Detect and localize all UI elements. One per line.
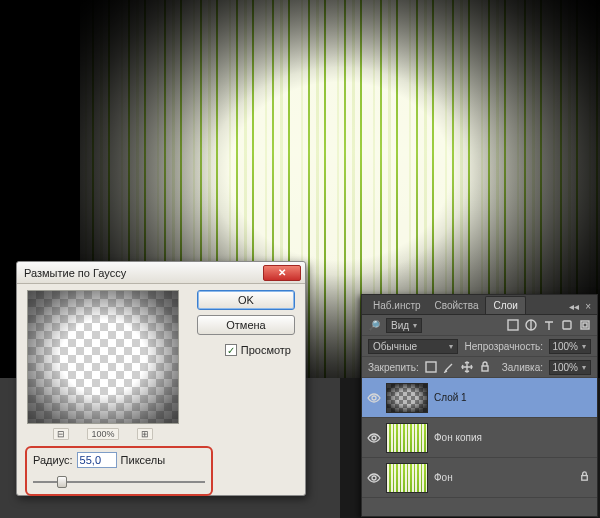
- panel-close-icon[interactable]: ×: [585, 301, 591, 312]
- ok-button[interactable]: OK: [197, 290, 295, 310]
- layer-name[interactable]: Слой 1: [434, 392, 579, 403]
- lock-label: Закрепить:: [368, 362, 419, 373]
- radius-highlight: Радиус: Пикселы: [25, 446, 213, 496]
- layers-panel: Наб.инстр Свойства Слои ◂◂ × 🔎 Вид ▾ Обы…: [361, 294, 598, 517]
- svg-point-9: [372, 476, 376, 480]
- lock-fill-row: Закрепить: Заливка: 100%▾: [362, 357, 597, 378]
- filter-type-icon[interactable]: [543, 319, 555, 331]
- tab-layers[interactable]: Слои: [485, 296, 525, 314]
- layer-thumbnail[interactable]: [386, 423, 428, 453]
- svg-rect-4: [583, 323, 587, 327]
- radius-label: Радиус:: [33, 454, 73, 466]
- kind-filter-row: 🔎 Вид ▾: [362, 315, 597, 336]
- lock-indicator-icon: [579, 471, 597, 484]
- zoom-controls: ⊟ 100% ⊞: [27, 428, 179, 440]
- radius-input[interactable]: [77, 452, 117, 468]
- visibility-toggle[interactable]: [362, 393, 386, 403]
- layer-name[interactable]: Фон копия: [434, 432, 579, 443]
- tab-properties[interactable]: Свойства: [428, 297, 486, 314]
- preview-image[interactable]: [27, 290, 179, 424]
- svg-rect-6: [482, 366, 488, 371]
- layers-list: Слой 1Фон копияФон: [362, 378, 597, 498]
- svg-rect-5: [426, 362, 436, 372]
- tab-tool-presets[interactable]: Наб.инстр: [366, 297, 428, 314]
- lock-position-icon[interactable]: [461, 361, 473, 373]
- panel-tabs: Наб.инстр Свойства Слои ◂◂ ×: [362, 295, 597, 315]
- visibility-toggle[interactable]: [362, 473, 386, 483]
- kind-select[interactable]: Вид ▾: [386, 318, 422, 333]
- layer-thumbnail[interactable]: [386, 383, 428, 413]
- layer-row[interactable]: Слой 1: [362, 378, 597, 418]
- slider-thumb[interactable]: [57, 476, 67, 488]
- lock-transparency-icon[interactable]: [425, 361, 437, 373]
- svg-rect-0: [508, 320, 518, 330]
- filter-adjust-icon[interactable]: [525, 319, 537, 331]
- gaussian-blur-dialog: Размытие по Гауссу ✕ ⊟ 100% ⊞ OK Отмена …: [16, 261, 306, 496]
- lock-all-icon[interactable]: [479, 361, 491, 373]
- opacity-input[interactable]: 100%▾: [549, 339, 591, 354]
- fill-label: Заливка:: [502, 362, 543, 373]
- radius-slider[interactable]: [33, 476, 205, 488]
- visibility-toggle[interactable]: [362, 433, 386, 443]
- panel-collapse-icon[interactable]: ◂◂: [569, 301, 579, 312]
- filter-shape-icon[interactable]: [561, 319, 573, 331]
- close-button[interactable]: ✕: [263, 265, 301, 281]
- filter-pixel-icon[interactable]: [507, 319, 519, 331]
- blend-opacity-row: Обычные ▾ Непрозрачность: 100%▾: [362, 336, 597, 357]
- layer-name[interactable]: Фон: [434, 472, 579, 483]
- blend-mode-select[interactable]: Обычные ▾: [368, 339, 458, 354]
- blend-mode-label: Обычные: [373, 341, 417, 352]
- zoom-in-button[interactable]: ⊞: [137, 428, 153, 440]
- dialog-title: Размытие по Гауссу: [24, 267, 263, 279]
- dialog-titlebar[interactable]: Размытие по Гауссу ✕: [17, 262, 305, 284]
- layer-row[interactable]: Фон: [362, 458, 597, 498]
- opacity-value: 100%: [552, 341, 578, 352]
- svg-rect-3: [581, 321, 589, 329]
- zoom-level: 100%: [87, 428, 118, 440]
- zoom-out-button[interactable]: ⊟: [53, 428, 69, 440]
- kind-select-label: Вид: [391, 320, 409, 331]
- fill-input[interactable]: 100%▾: [549, 360, 591, 375]
- cancel-button[interactable]: Отмена: [197, 315, 295, 335]
- svg-rect-10: [582, 476, 588, 481]
- svg-rect-2: [563, 321, 571, 329]
- radius-unit: Пикселы: [121, 454, 166, 466]
- svg-point-7: [372, 396, 376, 400]
- opacity-label: Непрозрачность:: [464, 341, 543, 352]
- preview-checkbox[interactable]: ✓: [225, 344, 237, 356]
- fill-value: 100%: [552, 362, 578, 373]
- layer-row[interactable]: Фон копия: [362, 418, 597, 458]
- preview-checkbox-label: Просмотр: [241, 344, 291, 356]
- svg-point-8: [372, 436, 376, 440]
- filter-smart-icon[interactable]: [579, 319, 591, 331]
- search-icon: 🔎: [368, 320, 380, 331]
- layer-thumbnail[interactable]: [386, 463, 428, 493]
- lock-pixels-icon[interactable]: [443, 361, 455, 373]
